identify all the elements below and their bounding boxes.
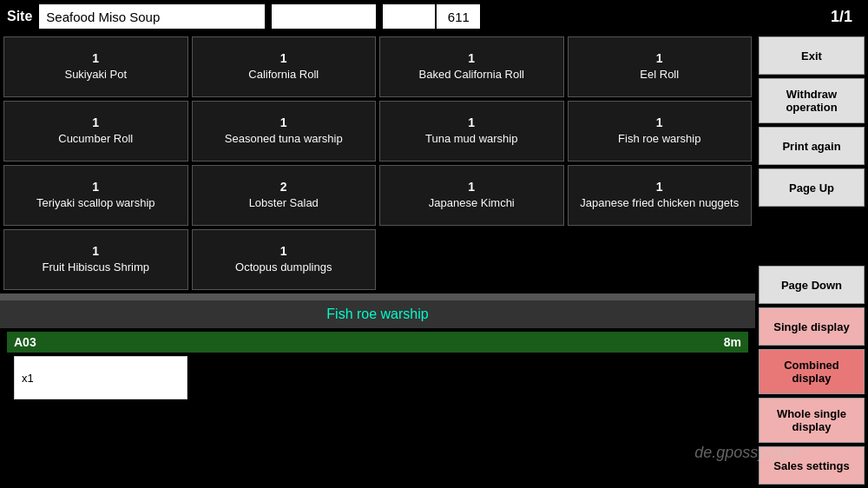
item-cell[interactable]: 1Japanese fried chicken nuggets [568, 165, 753, 226]
right-sidebar: ExitWithdraw operationPrint againPage Up… [755, 33, 868, 488]
item-name: Japanese fried chicken nuggets [580, 196, 739, 211]
item-cell[interactable]: 1Fruit Hibiscus Shrimp [3, 229, 188, 290]
item-qty: 1 [468, 51, 475, 66]
item-qty: 1 [280, 115, 287, 130]
site-input[interactable] [39, 4, 265, 29]
order-table: A03 [14, 335, 36, 349]
item-qty: 1 [92, 51, 99, 66]
item-name: Lobster Salad [249, 196, 319, 211]
item-cell[interactable]: 1Cucumber Roll [3, 101, 188, 162]
item-qty: 1 [656, 51, 663, 66]
left-content: 1Sukiyaki Pot1California Roll1Baked Cali… [0, 33, 755, 488]
selected-item-bar: Fish roe warship [0, 300, 755, 328]
item-name: Fish roe warship [618, 132, 700, 147]
header: Site 611 1/1 [0, 0, 868, 33]
item-cell[interactable]: 1Tuna mud warship [379, 101, 564, 162]
item-qty: 1 [92, 115, 99, 130]
item-name: California Roll [248, 68, 319, 82]
item-cell-empty [379, 229, 564, 290]
item-cell[interactable]: 2Lobster Salad [192, 165, 377, 226]
item-qty: 2 [280, 180, 287, 195]
main-area: 1Sukiyaki Pot1California Roll1Baked Cali… [0, 33, 868, 488]
order-detail-container: A03 8m x1 [0, 328, 755, 403]
item-qty: 1 [280, 244, 287, 259]
item-cell[interactable]: 1Octopus dumplings [192, 229, 377, 290]
header-field-1 [272, 4, 376, 29]
item-cell[interactable]: 1California Roll [192, 36, 377, 97]
item-name: Tuna mud warship [425, 132, 517, 147]
item-name: Eel Roll [640, 68, 679, 82]
combined-display-button[interactable]: Combined display [759, 349, 865, 394]
item-name: Baked California Roll [419, 68, 524, 82]
order-time: 8m [724, 335, 741, 349]
header-number: 611 [437, 4, 480, 29]
item-name: Sukiyaki Pot [64, 68, 127, 82]
item-cell-empty [568, 229, 753, 290]
item-qty: 1 [656, 180, 663, 195]
header-field-2 [383, 4, 435, 29]
page-indicator: 1/1 [831, 8, 852, 26]
item-cell[interactable]: 1Baked California Roll [379, 36, 564, 97]
sales-settings-button[interactable]: Sales settings [759, 446, 865, 485]
item-qty: 1 [280, 51, 287, 66]
item-cell[interactable]: 1Japanese Kimchi [379, 165, 564, 226]
item-qty: 1 [656, 115, 663, 130]
item-qty: 1 [92, 180, 99, 195]
item-qty: 1 [468, 180, 475, 195]
order-detail: x1 [14, 356, 187, 399]
item-cell[interactable]: 1Sukiyaki Pot [3, 36, 188, 97]
single-display-button[interactable]: Single display [759, 307, 865, 346]
bottom-section: Fish roe warship A03 8m x1 [0, 300, 755, 488]
item-cell[interactable]: 1Teriyaki scallop warship [3, 165, 188, 226]
withdraw-button[interactable]: Withdraw operation [759, 78, 865, 123]
whole-single-display-button[interactable]: Whole single display [759, 398, 865, 443]
page-up-button[interactable]: Page Up [759, 168, 865, 207]
item-name: Teriyaki scallop warship [36, 196, 155, 211]
item-name: Octopus dumplings [235, 260, 332, 275]
section-divider [0, 293, 755, 300]
items-grid: 1Sukiyaki Pot1California Roll1Baked Cali… [0, 33, 755, 293]
item-name: Cucumber Roll [58, 132, 133, 147]
exit-button[interactable]: Exit [759, 36, 865, 75]
item-cell[interactable]: 1Eel Roll [568, 36, 753, 97]
site-label: Site [7, 9, 32, 24]
item-qty: 1 [468, 115, 475, 130]
order-row: A03 8m [7, 332, 748, 353]
item-cell[interactable]: 1Seasoned tuna warship [192, 101, 377, 162]
item-name: Seasoned tuna warship [225, 132, 343, 147]
sidebar-spacer [759, 210, 865, 262]
item-name: Fruit Hibiscus Shrimp [42, 260, 149, 275]
item-cell[interactable]: 1Fish roe warship [568, 101, 753, 162]
item-qty: 1 [92, 244, 99, 259]
item-name: Japanese Kimchi [429, 196, 515, 211]
print-again-button[interactable]: Print again [759, 127, 865, 165]
page-down-button[interactable]: Page Down [759, 266, 865, 304]
